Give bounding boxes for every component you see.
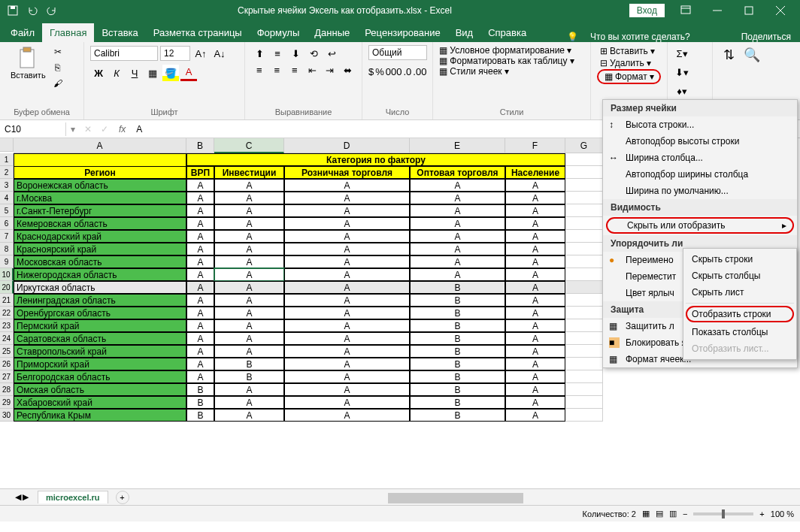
cell[interactable]: A — [214, 230, 284, 243]
fill-down-icon[interactable]: ⬇▾ — [674, 64, 690, 80]
cell[interactable]: B — [410, 319, 505, 332]
cell[interactable] — [565, 281, 603, 294]
cell[interactable]: Категория по фактору — [186, 153, 565, 166]
border-button[interactable]: ▦ — [144, 65, 161, 81]
align-top-icon[interactable]: ⬆ — [251, 45, 268, 62]
cell[interactable] — [565, 166, 603, 179]
submenu-show-rows[interactable]: Отобразить строки — [686, 306, 794, 322]
cell[interactable]: A — [284, 396, 410, 409]
cell[interactable]: Омская область — [14, 383, 186, 396]
cell[interactable]: A — [410, 192, 505, 204]
cell[interactable]: A — [284, 268, 410, 281]
insert-cells-button[interactable]: ⊞ Вставить ▾ — [597, 45, 661, 57]
cell[interactable]: A — [214, 204, 284, 217]
cell[interactable] — [565, 192, 603, 204]
cell[interactable]: A — [186, 230, 214, 243]
cell[interactable] — [565, 332, 603, 345]
cell[interactable] — [565, 153, 603, 166]
conditional-format-button[interactable]: ▦ Условное форматирование ▾ — [439, 45, 584, 56]
cell[interactable]: Белгородская область — [14, 370, 186, 383]
indent-inc-icon[interactable]: ⇥ — [322, 62, 338, 78]
row-header[interactable]: 24 — [0, 332, 14, 345]
zoom-slider[interactable] — [693, 512, 753, 515]
row-header[interactable]: 25 — [0, 345, 14, 358]
view-normal-icon[interactable]: ▦ — [642, 509, 650, 518]
zoom-in-icon[interactable]: + — [759, 509, 764, 518]
cell[interactable]: A — [505, 281, 565, 294]
cell[interactable] — [565, 345, 603, 358]
format-painter-icon[interactable]: 🖌 — [50, 77, 65, 90]
cell[interactable]: A — [284, 281, 410, 294]
percent-icon[interactable]: % — [375, 63, 384, 80]
row-header[interactable]: 23 — [0, 319, 14, 332]
cell[interactable]: A — [505, 396, 565, 409]
cell[interactable]: A — [186, 243, 214, 255]
submenu-show-sheet[interactable]: Отобразить лист... — [686, 340, 794, 357]
cell[interactable]: B — [214, 370, 284, 383]
cell[interactable]: A — [284, 319, 410, 332]
underline-button[interactable]: Ч — [126, 65, 143, 81]
row-header[interactable]: 7 — [0, 230, 14, 243]
tab-home[interactable]: Главная — [42, 23, 94, 42]
col-header[interactable]: E — [410, 138, 505, 153]
cell[interactable]: B — [186, 409, 214, 422]
cell[interactable] — [565, 204, 603, 217]
tab-review[interactable]: Рецензирование — [357, 23, 447, 42]
cell[interactable]: Нижегородская область — [14, 268, 186, 281]
col-header[interactable]: F — [505, 138, 565, 153]
row-header[interactable]: 5 — [0, 204, 14, 217]
cell[interactable]: A — [186, 217, 214, 230]
col-header[interactable]: G — [565, 138, 603, 153]
cell[interactable]: ВРП — [186, 166, 214, 179]
cell[interactable]: A — [284, 345, 410, 358]
cell[interactable]: B — [410, 332, 505, 345]
row-header[interactable]: 26 — [0, 358, 14, 370]
cell[interactable]: A — [214, 409, 284, 422]
align-right-icon[interactable]: ≡ — [286, 62, 303, 78]
delete-cells-button[interactable]: ⊟ Удалить ▾ — [597, 57, 661, 69]
cell[interactable]: A — [186, 179, 214, 192]
cell[interactable]: A — [505, 268, 565, 281]
cell[interactable]: A — [186, 332, 214, 345]
select-all-corner[interactable] — [0, 138, 14, 152]
orientation-icon[interactable]: ⟲ — [305, 45, 322, 62]
col-header[interactable]: A — [14, 138, 186, 153]
tab-layout[interactable]: Разметка страницы — [146, 23, 250, 42]
cell[interactable]: A — [186, 204, 214, 217]
indent-dec-icon[interactable]: ⇤ — [305, 62, 321, 78]
row-header[interactable]: 8 — [0, 243, 14, 255]
menu-autofit-col[interactable]: Автоподбор ширины столбца — [603, 166, 797, 183]
cell[interactable]: A — [284, 383, 410, 396]
cell[interactable] — [565, 383, 603, 396]
undo-icon[interactable] — [24, 2, 41, 19]
find-select-button[interactable]: 🔍 — [739, 45, 765, 65]
cell[interactable]: Кемеровская область — [14, 217, 186, 230]
cell[interactable]: A — [214, 179, 284, 192]
namebox-dropdown-icon[interactable]: ▾ — [66, 124, 80, 135]
cell[interactable]: Регион — [14, 166, 186, 179]
copy-icon[interactable]: ⎘ — [50, 61, 65, 74]
cell[interactable]: Ставропольский край — [14, 345, 186, 358]
cell[interactable]: Инвестиции — [214, 166, 284, 179]
cell[interactable]: A — [214, 307, 284, 319]
cell[interactable]: A — [284, 204, 410, 217]
sheet-next-icon[interactable]: ▶ — [23, 492, 29, 502]
cell[interactable] — [14, 153, 186, 166]
inc-decimal-icon[interactable]: .0 — [404, 63, 412, 80]
cell[interactable]: A — [284, 358, 410, 370]
cell[interactable]: A — [284, 243, 410, 255]
cell[interactable]: A — [505, 319, 565, 332]
cell[interactable]: A — [410, 243, 505, 255]
cell[interactable] — [565, 294, 603, 307]
cell[interactable]: A — [186, 294, 214, 307]
submenu-hide-cols[interactable]: Скрыть столбцы — [686, 268, 794, 284]
col-header[interactable]: D — [284, 138, 410, 153]
cell[interactable] — [565, 319, 603, 332]
cell[interactable]: B — [410, 345, 505, 358]
decrease-font-icon[interactable]: A↓ — [211, 45, 228, 62]
cell[interactable]: A — [410, 230, 505, 243]
cell-styles-button[interactable]: ▦ Стили ячеек ▾ — [439, 66, 584, 77]
cell[interactable]: B — [186, 396, 214, 409]
cell[interactable]: A — [214, 192, 284, 204]
cell[interactable]: A — [214, 268, 284, 281]
